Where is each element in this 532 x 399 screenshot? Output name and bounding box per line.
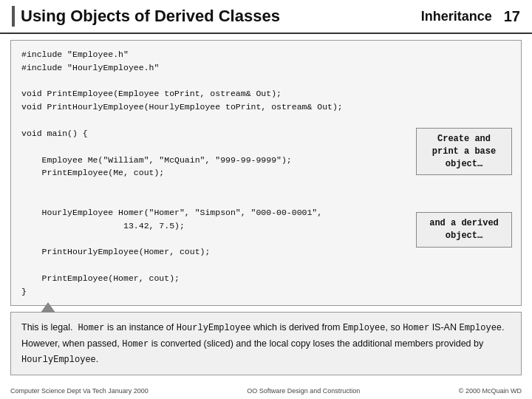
code-line-2: #include "HourlyEmployee.h" (21, 61, 511, 75)
code-line-6 (21, 114, 511, 127)
code-line-11 (21, 180, 511, 193)
footer-left: Computer Science Dept Va Tech January 20… (10, 387, 149, 395)
footer-right: © 2000 McQuain WD (459, 387, 522, 395)
main-content: #include "Employee.h" #include "HourlyEm… (0, 34, 532, 381)
code-line-1: #include "Employee.h" (21, 48, 511, 61)
code-line-16: PrintHourlyEmployee(Homer, cout); (21, 245, 511, 259)
header-label: Inheritance (421, 9, 492, 24)
annotation-text: This is legal. Homer is an instance of H… (21, 322, 507, 364)
code-line-12 (21, 193, 511, 206)
code-line-18: PrintEmployee(Homer, cout); (21, 272, 511, 285)
header-right: Inheritance 17 (421, 8, 520, 25)
page-title: Using Objects of Derived Classes (21, 7, 280, 26)
footer-center: OO Software Design and Construction (247, 387, 360, 395)
callout-derived-object: and a derived object… (416, 212, 512, 248)
code-line-4: void PrintEmployee(Employee toPrint, ost… (21, 87, 511, 100)
annotation-box: This is legal. Homer is an instance of H… (10, 312, 522, 375)
header: Using Objects of Derived Classes Inherit… (0, 0, 532, 34)
code-block: #include "Employee.h" #include "HourlyEm… (10, 40, 522, 306)
code-line-5: void PrintHourlyEmployee(HourlyEmployee … (21, 100, 511, 114)
code-line-17 (21, 259, 511, 272)
annotation-arrow (41, 302, 55, 313)
footer: Computer Science Dept Va Tech January 20… (10, 387, 522, 395)
callout-base-object: Create and print a base object… (416, 128, 512, 175)
code-line-19: } (21, 285, 511, 299)
code-line-3 (21, 75, 511, 88)
title-bar: Using Objects of Derived Classes (12, 6, 280, 27)
page-number: 17 (504, 8, 520, 25)
title-bar-accent (12, 6, 15, 27)
